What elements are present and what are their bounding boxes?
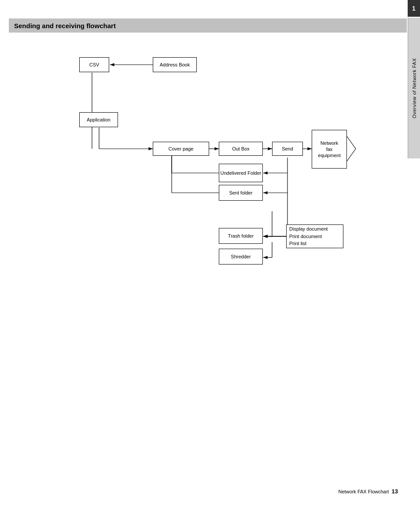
page-badge: 1 bbox=[408, 0, 420, 17]
header-bar: Sending and receiving flowchart bbox=[9, 18, 407, 33]
svg-line-20 bbox=[347, 149, 356, 161]
display-doc-box: Display document Print document Print li… bbox=[286, 224, 343, 248]
sent-folder-box: Sent folder bbox=[219, 185, 263, 201]
network-fax-box: Network fax equipment bbox=[312, 130, 347, 169]
undelivered-folder-box: Undelivered Folder bbox=[219, 164, 263, 182]
page-title: Sending and receiving flowchart bbox=[14, 22, 116, 29]
csv-box: CSV bbox=[79, 57, 109, 72]
trash-folder-box: Trash folder bbox=[219, 228, 263, 244]
sidebar-label: Overview of Network FAX bbox=[412, 58, 417, 118]
send-box: Send bbox=[272, 142, 303, 156]
footer-text: Network FAX Flowchart bbox=[338, 489, 389, 494]
out-box: Out Box bbox=[219, 142, 263, 156]
footer-page: 13 bbox=[392, 488, 398, 495]
address-book-box: Address Book bbox=[153, 57, 197, 72]
sidebar-tab: Overview of Network FAX bbox=[408, 18, 420, 158]
arrows-svg bbox=[26, 40, 398, 481]
cover-page-box: Cover page bbox=[153, 142, 209, 156]
flowchart: CSV Address Book Application Cover page … bbox=[26, 40, 398, 481]
shredder-box: Shredder bbox=[219, 249, 263, 265]
application-box: Application bbox=[79, 112, 118, 127]
svg-line-19 bbox=[347, 136, 356, 149]
footer: Network FAX Flowchart 13 bbox=[9, 488, 398, 495]
